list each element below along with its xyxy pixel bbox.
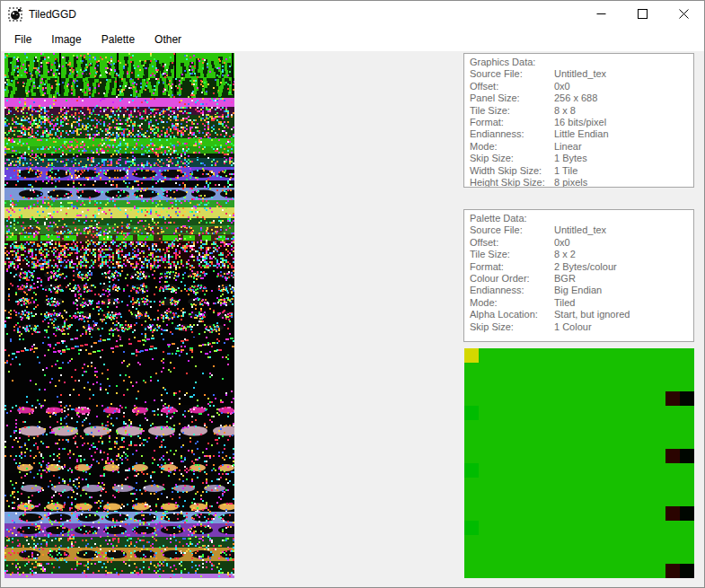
minimize-icon	[596, 6, 606, 22]
info-row: Panel Size:256 x 688	[470, 92, 693, 104]
palette-view[interactable]	[464, 348, 694, 578]
info-label: Source File:	[470, 224, 554, 236]
close-button[interactable]	[663, 1, 704, 28]
close-icon	[679, 6, 689, 22]
info-row: Endianness:Big Endian	[470, 285, 693, 296]
info-value: 256 x 688	[554, 92, 597, 104]
info-label: Colour Order:	[470, 273, 554, 285]
info-row: Width Skip Size:1 Tile	[470, 165, 693, 177]
info-row: Skip Size:1 Bytes	[470, 153, 693, 164]
info-value: Start, but ignored	[554, 309, 630, 320]
info-label: Panel Size:	[470, 92, 554, 104]
info-row: Offset:0x0	[470, 237, 693, 249]
graphics-view[interactable]	[4, 53, 234, 578]
info-label: Source File:	[470, 68, 554, 80]
window-title: TiledGGD	[29, 8, 76, 21]
info-value: Tiled	[554, 297, 575, 309]
maximize-icon	[638, 6, 648, 22]
graphics-data-panel: Graphics Data: Source File:Untitled_texO…	[463, 53, 694, 188]
info-label: Tile Size:	[470, 249, 554, 260]
graphics-data-title: Graphics Data:	[470, 57, 693, 68]
info-label: Skip Size:	[470, 153, 554, 164]
maximize-button[interactable]	[621, 1, 663, 28]
info-label: Width Skip Size:	[470, 165, 554, 177]
info-label: Alpha Location:	[470, 309, 554, 320]
info-row: Source File:Untitled_tex	[470, 224, 693, 236]
info-label: Tile Size:	[470, 105, 554, 117]
menu-bar: FileImagePaletteOther	[1, 28, 704, 51]
menu-item-other[interactable]: Other	[145, 29, 191, 50]
info-value: Big Endian	[554, 285, 602, 296]
info-label: Mode:	[470, 141, 554, 153]
info-value: Untitled_tex	[554, 224, 606, 236]
palette-data-title: Palette Data:	[470, 213, 693, 224]
info-label: Endianness:	[470, 128, 554, 140]
tiledggd-window: TiledGGD FileImagePaletteOther Graph	[0, 0, 705, 588]
info-row: Offset:0x0	[470, 81, 693, 92]
info-value: 2 Bytes/colour	[554, 261, 617, 273]
info-value: BGR	[554, 273, 576, 285]
graphics-data-rows: Source File:Untitled_texOffset:0x0Panel …	[470, 68, 693, 188]
info-row: Endianness:Little Endian	[470, 128, 693, 140]
info-row: Format:16 bits/pixel	[470, 117, 693, 128]
info-label: Format:	[470, 261, 554, 273]
info-row: Tile Size:8 x 2	[470, 249, 693, 260]
info-row: Alpha Location:Start, but ignored	[470, 309, 693, 320]
menu-item-file[interactable]: File	[4, 29, 41, 50]
info-value: 1 Colour	[554, 321, 592, 333]
info-value: Linear	[554, 141, 582, 153]
info-label: Offset:	[470, 237, 554, 249]
info-value: 1 Tile	[554, 165, 577, 177]
info-value: 8 x 8	[554, 105, 576, 117]
info-row: Source File:Untitled_tex	[470, 68, 693, 80]
window-controls	[580, 1, 704, 28]
info-value: 0x0	[554, 81, 570, 92]
info-label: Skip Size:	[470, 321, 554, 333]
menu-item-image[interactable]: Image	[41, 29, 91, 50]
info-value: Untitled_tex	[554, 68, 606, 80]
info-value: 1 Bytes	[554, 153, 587, 164]
minimize-button[interactable]	[580, 1, 621, 28]
info-value: 0x0	[554, 237, 570, 249]
info-label: Format:	[470, 117, 554, 128]
palette-data-panel: Palette Data: Source File:Untitled_texOf…	[463, 209, 694, 342]
info-value: 8 pixels	[554, 177, 587, 188]
app-icon	[8, 7, 22, 22]
info-label: Height Skip Size:	[470, 177, 554, 188]
title-bar: TiledGGD	[1, 1, 704, 28]
info-value: 8 x 2	[554, 249, 576, 260]
info-label: Offset:	[470, 81, 554, 92]
info-row: Skip Size:1 Colour	[470, 321, 693, 333]
info-row: Mode:Linear	[470, 141, 693, 153]
info-row: Height Skip Size:8 pixels	[470, 177, 693, 188]
info-value: 16 bits/pixel	[554, 117, 606, 128]
info-row: Colour Order:BGR	[470, 273, 693, 285]
palette-data-rows: Source File:Untitled_texOffset:0x0Tile S…	[470, 224, 693, 333]
menu-item-palette[interactable]: Palette	[92, 29, 145, 50]
info-label: Endianness:	[470, 285, 554, 296]
info-row: Mode:Tiled	[470, 297, 693, 309]
info-row: Format:2 Bytes/colour	[470, 261, 693, 273]
info-value: Little Endian	[554, 128, 609, 140]
info-row: Tile Size:8 x 8	[470, 105, 693, 117]
info-label: Mode:	[470, 297, 554, 309]
